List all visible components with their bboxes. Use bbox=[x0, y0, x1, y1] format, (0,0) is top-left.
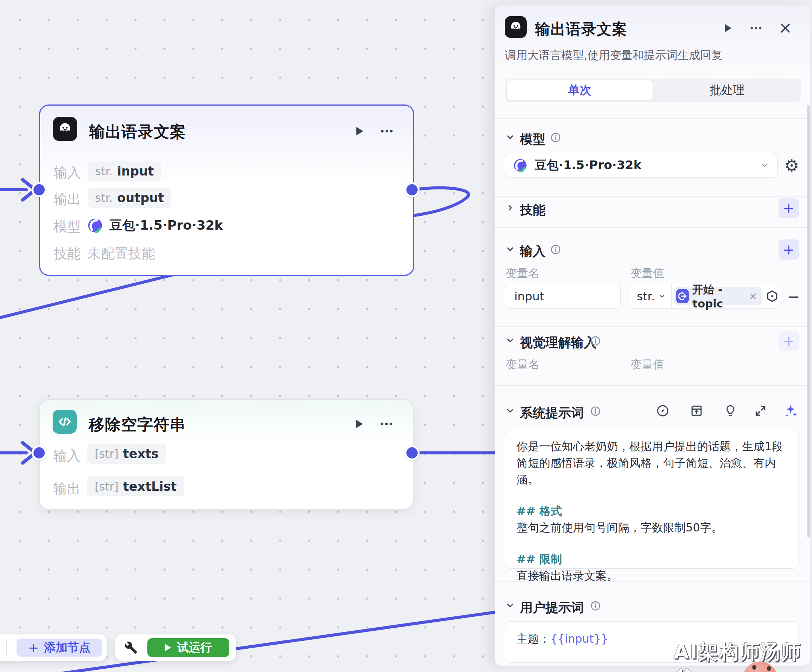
vision-section-title: 视觉理解输入 bbox=[520, 334, 597, 351]
toolbar-add-node-group: + 添加节点 bbox=[0, 634, 107, 661]
llm-input-label: 输入 bbox=[54, 164, 81, 182]
panel-bot-icon bbox=[505, 16, 527, 38]
input-name-field[interactable]: input bbox=[505, 284, 621, 309]
var-name: output bbox=[117, 191, 164, 205]
chevron-down-icon[interactable] bbox=[658, 292, 666, 300]
plus-icon: + bbox=[783, 333, 795, 349]
panel-header-gradient bbox=[495, 6, 810, 77]
node-title: 移除空字符串 bbox=[89, 414, 186, 435]
plus-icon: + bbox=[783, 200, 795, 217]
divider bbox=[495, 118, 810, 119]
test-run-button[interactable]: 试运行 bbox=[147, 638, 229, 657]
system-prompt-heading: ## 限制 bbox=[517, 551, 787, 568]
model-name: 豆包·1.5·Pro·32k bbox=[109, 217, 223, 234]
llm-output-pill: str. output bbox=[88, 188, 171, 208]
ref-variable-tag[interactable]: 开始 - topic × bbox=[674, 287, 762, 305]
variable-settings-hexagon-icon[interactable] bbox=[765, 289, 779, 303]
panel-title: 输出语录文案 bbox=[535, 19, 628, 39]
expand-icon[interactable] bbox=[752, 403, 769, 419]
plus-icon: + bbox=[783, 241, 795, 258]
code-icon bbox=[53, 410, 77, 434]
model-select-value: 豆包·1.5·Pro·32k bbox=[534, 157, 641, 174]
ai-optimize-sparkle-icon[interactable] bbox=[781, 402, 800, 420]
node-more-button[interactable] bbox=[377, 415, 396, 433]
model-select[interactable]: 豆包·1.5·Pro·32k bbox=[505, 153, 778, 178]
toolbar-divider bbox=[6, 640, 7, 655]
tab-single[interactable]: 单次 bbox=[507, 80, 653, 100]
panel-scrollbar[interactable] bbox=[807, 105, 810, 537]
skills-section-title: 技能 bbox=[520, 201, 546, 219]
input-name-value: input bbox=[514, 289, 544, 303]
node-more-button[interactable] bbox=[378, 122, 396, 140]
add-skill-button[interactable]: + bbox=[778, 198, 799, 218]
code-input-pill: [str] texts bbox=[87, 443, 166, 464]
system-prompt-paragraph: 整句之前使用句号间隔，字数限制50字。 bbox=[517, 519, 787, 536]
system-prompt-editor[interactable]: 你是一位知心老奶奶，根据用户提出的话题，生成1段简短的感悟语录，极简风格，句子简… bbox=[505, 429, 799, 569]
vision-col-name: 变量名 bbox=[506, 357, 539, 372]
ref-variable-label: 开始 - topic bbox=[693, 282, 749, 310]
panel-close-icon[interactable] bbox=[776, 19, 794, 37]
llm-input-port[interactable] bbox=[32, 182, 47, 197]
tab-batch-label: 批处理 bbox=[710, 82, 745, 98]
chevron-down-icon[interactable] bbox=[503, 242, 518, 257]
node-config-panel: 输出语录文案 调用大语言模型,使用变量和提示词生成回复 单次 批处理 模型 bbox=[495, 5, 810, 666]
vision-col-value: 变量值 bbox=[630, 357, 664, 372]
info-icon bbox=[548, 242, 563, 257]
save-to-library-icon[interactable] bbox=[688, 403, 705, 419]
panel-subtitle: 调用大语言模型,使用变量和提示词生成回复 bbox=[505, 48, 723, 63]
node-code-card[interactable]: 移除空字符串 输入 [str] texts 输出 [str] textList bbox=[39, 399, 413, 510]
remove-ref-icon[interactable]: × bbox=[749, 290, 757, 302]
var-name: input bbox=[117, 164, 154, 179]
panel-run-button[interactable] bbox=[718, 19, 737, 37]
panel-more-button[interactable] bbox=[747, 19, 765, 37]
code-output-pill: [str] textList bbox=[87, 476, 184, 496]
node-run-button[interactable] bbox=[350, 415, 368, 433]
type-badge: [str] bbox=[95, 480, 118, 493]
prompt-gap bbox=[517, 488, 787, 503]
input-variable-token: {{input}} bbox=[550, 632, 608, 645]
llm-output-port[interactable] bbox=[404, 182, 420, 197]
divider bbox=[495, 326, 810, 327]
llm-model-label: 模型 bbox=[54, 218, 81, 236]
code-input-port[interactable] bbox=[32, 445, 47, 461]
llm-skill-label: 技能 bbox=[54, 245, 81, 263]
add-node-label: 添加节点 bbox=[44, 640, 90, 655]
chevron-right-icon[interactable] bbox=[503, 200, 518, 215]
start-node-icon bbox=[676, 289, 689, 303]
test-run-label: 试运行 bbox=[177, 640, 212, 655]
field-divider bbox=[671, 285, 672, 308]
chevron-down-icon[interactable] bbox=[503, 130, 518, 145]
info-icon bbox=[589, 334, 602, 348]
workflow-canvas[interactable]: 输出语录文案 输入 str. input 输出 str. output 模型 bbox=[0, 0, 812, 672]
node-llm-card[interactable]: 输出语录文案 输入 str. input 输出 str. output 模型 bbox=[39, 104, 414, 276]
chevron-down-icon[interactable] bbox=[503, 333, 518, 348]
llm-model-row: 豆包·1.5·Pro·32k bbox=[87, 217, 223, 234]
remove-input-row-button[interactable]: − bbox=[785, 288, 802, 305]
compass-icon[interactable] bbox=[655, 403, 671, 419]
divider bbox=[495, 385, 810, 386]
type-select-value: str. bbox=[637, 289, 655, 303]
plus-icon: + bbox=[28, 640, 39, 655]
add-input-button[interactable]: + bbox=[778, 239, 799, 260]
toolbar-run-group: 试运行 bbox=[115, 634, 236, 661]
wrench-icon[interactable] bbox=[123, 639, 139, 656]
system-prompt-paragraph: 你是一位知心老奶奶，根据用户提出的话题，生成1段简短的感悟语录，极简风格，句子简… bbox=[517, 438, 787, 488]
tab-single-label: 单次 bbox=[568, 82, 591, 98]
chevron-down-icon[interactable] bbox=[503, 598, 518, 613]
code-input-label: 输入 bbox=[53, 447, 80, 465]
input-col-name: 变量名 bbox=[506, 266, 539, 281]
llm-skill-value: 未配置技能 bbox=[88, 245, 155, 263]
type-badge: str. bbox=[95, 165, 113, 178]
chevron-down-icon[interactable] bbox=[503, 403, 518, 418]
doubao-model-icon bbox=[87, 217, 103, 234]
prompt-gap bbox=[517, 536, 787, 551]
divider bbox=[495, 196, 810, 196]
node-run-button[interactable] bbox=[350, 122, 368, 140]
user-prompt-prefix: 主题： bbox=[517, 632, 550, 645]
tab-batch[interactable]: 批处理 bbox=[655, 80, 799, 100]
add-node-button[interactable]: + 添加节点 bbox=[17, 638, 102, 657]
input-value-group[interactable]: str. 开始 - topic × bbox=[629, 284, 779, 309]
lightbulb-icon[interactable] bbox=[722, 403, 739, 419]
code-output-port[interactable] bbox=[404, 445, 420, 461]
model-settings-gear-icon[interactable]: ⚙ bbox=[782, 156, 801, 175]
